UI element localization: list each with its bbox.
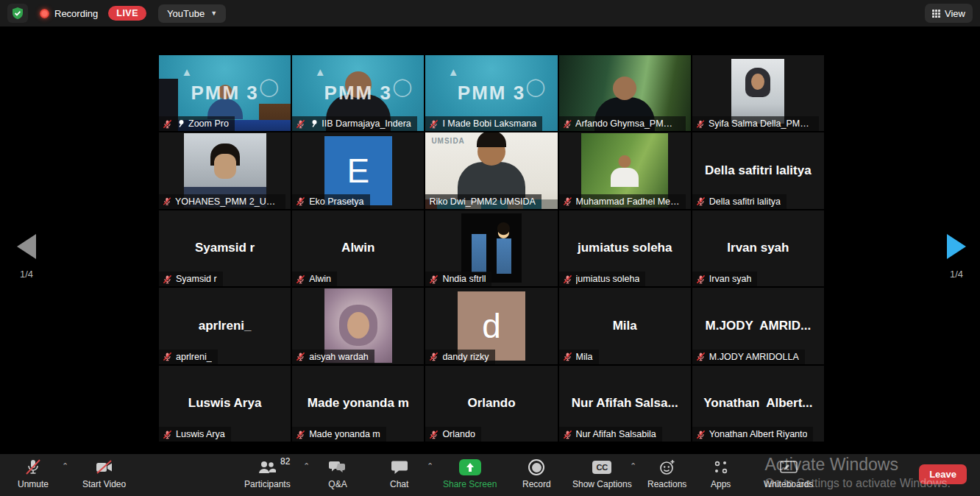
participant-name-tag: YOHANES_PMM 2_UNIKU xyxy=(159,194,285,209)
participant-tile[interactable]: aisyah wardah xyxy=(292,288,424,364)
muted-mic-icon xyxy=(563,274,572,284)
participant-name-tag: Alwin xyxy=(292,272,337,286)
muted-mic-icon xyxy=(25,458,41,477)
participant-name-tag: Orlando xyxy=(425,427,480,442)
muted-mic-icon xyxy=(696,119,705,129)
show-captions-label: Show Captions xyxy=(572,479,632,489)
participant-tile[interactable]: Muhammad Fadhel Mei... xyxy=(559,132,691,208)
apps-label: Apps xyxy=(711,479,731,489)
gallery-grid-icon xyxy=(932,10,940,18)
participant-tile[interactable]: M.JODY AMRID... M.JODY AMRIDOLLA xyxy=(692,288,824,364)
participant-name-label: YOHANES_PMM 2_UNIKU xyxy=(175,196,280,207)
participant-name-label: Orlando xyxy=(442,429,475,439)
participant-name-label: jumiatus soleha xyxy=(576,274,640,284)
participant-name-tag: Luswis Arya xyxy=(159,427,231,442)
participant-tile[interactable]: Irvan syah Irvan syah xyxy=(692,210,824,286)
participant-tile[interactable]: Alwin Alwin xyxy=(292,210,424,286)
participant-grid: PMM 3 Zoom Pro PMM 3 xyxy=(159,55,824,442)
participant-tile[interactable]: E Eko Prasetya xyxy=(292,132,424,208)
whiteboards-button[interactable]: Whiteboards xyxy=(764,458,813,489)
participants-count: 82 xyxy=(280,456,290,467)
next-page-arrow-icon[interactable] xyxy=(947,234,966,259)
youtube-stream-button[interactable]: YouTube ▼ xyxy=(158,4,226,23)
unmute-button[interactable]: Unmute xyxy=(18,458,49,489)
muted-mic-icon xyxy=(296,196,305,206)
participant-tile[interactable]: PMM 3 I Made Bobi Laksmana xyxy=(425,55,557,131)
chat-button[interactable]: Chat xyxy=(390,458,408,489)
participant-tile[interactable]: PMM 3 Zoom Pro xyxy=(159,55,291,131)
participant-tile[interactable]: Arfando Ghymsa_PMM2... xyxy=(559,55,691,131)
video-off-icon xyxy=(95,458,114,477)
participants-options-chevron[interactable]: ⌃ xyxy=(303,461,310,471)
captions-icon: CC xyxy=(592,458,611,477)
muted-mic-icon xyxy=(696,196,706,206)
participant-name-label: Luswis Arya xyxy=(176,429,225,439)
reactions-label: Reactions xyxy=(647,479,686,489)
captions-options-chevron[interactable]: ⌃ xyxy=(630,461,636,471)
participant-name-label: M.JODY AMRIDOLLA xyxy=(709,352,799,362)
participant-tile[interactable]: Nndia sftrll xyxy=(425,210,557,286)
page-indicator-left: 1/4 xyxy=(4,269,49,280)
participant-name-label: Della safitri lalitya xyxy=(709,196,781,207)
participant-name-tag: Nndia sftrll xyxy=(425,272,491,286)
participant-name-label: Irvan syah xyxy=(709,274,752,284)
youtube-label: YouTube xyxy=(167,8,205,19)
participant-tile[interactable]: Nur Afifah Salsa... Nur Afifah Salsabila xyxy=(559,366,691,442)
participant-tile[interactable]: Syamsid r Syamsid r xyxy=(159,210,291,286)
participant-name-tag: Syamsid r xyxy=(159,272,223,286)
participant-tile[interactable]: Yonathan Albert... Yonathan Albert Riyan… xyxy=(692,366,824,442)
record-button[interactable]: Record xyxy=(522,458,551,489)
security-shield-button[interactable] xyxy=(7,4,28,23)
participant-name-tag: Zoom Pro xyxy=(159,116,235,131)
previous-page-arrow-icon[interactable] xyxy=(17,234,36,259)
participant-name-label: Syamsid r xyxy=(176,274,217,284)
participant-tile[interactable]: Luswis Arya Luswis Arya xyxy=(159,366,291,442)
chevron-down-icon: ▼ xyxy=(210,10,217,17)
participant-name-label: IIB Darmajaya_Indera xyxy=(322,118,411,129)
participant-name-tag: Syifa Salma Della_PMM2... xyxy=(692,116,819,131)
participant-name-tag: IIB Darmajaya_Indera xyxy=(292,116,417,131)
muted-mic-icon xyxy=(163,352,172,361)
audio-options-chevron[interactable]: ⌃ xyxy=(62,461,68,471)
qa-label: Q&A xyxy=(328,479,347,489)
participant-tile[interactable]: Syifa Salma Della_PMM2... xyxy=(692,55,824,131)
participant-name-tag: I Made Bobi Laksmana xyxy=(425,116,542,131)
participant-name-label: Made yonanda m xyxy=(309,429,380,439)
qa-icon xyxy=(328,458,347,477)
participant-name-label: Zoom Pro xyxy=(188,118,229,129)
muted-mic-icon xyxy=(563,352,572,361)
participant-name-label: Syifa Salma Della_PMM2... xyxy=(709,118,813,129)
live-badge: LIVE xyxy=(108,6,146,21)
reactions-button[interactable]: Reactions xyxy=(647,458,686,489)
participant-name-tag: aprlreni_ xyxy=(159,350,218,364)
share-screen-button[interactable]: Share Screen xyxy=(443,458,497,489)
participant-tile[interactable]: Mila Mila xyxy=(559,288,691,364)
participant-tile[interactable]: jumiatus soleha jumiatus soleha xyxy=(559,210,691,286)
chat-icon xyxy=(391,458,408,477)
apps-button[interactable]: Apps xyxy=(711,458,731,489)
participant-tile[interactable]: PMM 3 IIB Darmajaya_Indera xyxy=(292,55,424,131)
participant-name-tag: Yonathan Albert Riyanto xyxy=(692,427,814,442)
participant-tile[interactable]: Made yonanda m Made yonanda m xyxy=(292,366,424,442)
leave-button[interactable]: Leave xyxy=(919,464,967,484)
participant-tile[interactable]: Orlando Orlando xyxy=(425,366,557,442)
participant-tile[interactable]: YOHANES_PMM 2_UNIKU xyxy=(159,132,291,208)
show-captions-button[interactable]: CC Show Captions xyxy=(572,458,632,489)
participant-tile[interactable]: Della safitri lalitya Della safitri lali… xyxy=(692,132,824,208)
muted-mic-icon xyxy=(429,430,438,439)
participant-tile[interactable]: d dandy rizky xyxy=(425,288,557,364)
participant-tile[interactable]: UMSIDA Riko Dwi_PMM2 UMSIDA xyxy=(425,132,557,208)
start-video-button[interactable]: Start Video xyxy=(82,458,126,489)
muted-mic-icon xyxy=(296,274,305,284)
qa-button[interactable]: Q&A xyxy=(328,458,347,489)
view-button[interactable]: View xyxy=(925,4,973,23)
participant-name-tag: Muhammad Fadhel Mei... xyxy=(559,194,686,209)
chat-options-chevron[interactable]: ⌃ xyxy=(427,461,433,471)
muted-mic-icon xyxy=(429,274,438,284)
participants-button[interactable]: 82 Participants xyxy=(244,458,291,489)
participant-tile[interactable]: aprlreni_ aprlreni_ xyxy=(159,288,291,364)
whiteboard-icon xyxy=(779,458,798,477)
participant-name-tag: Arfando Ghymsa_PMM2... xyxy=(559,116,686,131)
muted-mic-icon xyxy=(296,430,305,439)
meeting-toolbar: Unmute ⌃ Start Video 82 Participants ⌃ xyxy=(0,454,980,496)
